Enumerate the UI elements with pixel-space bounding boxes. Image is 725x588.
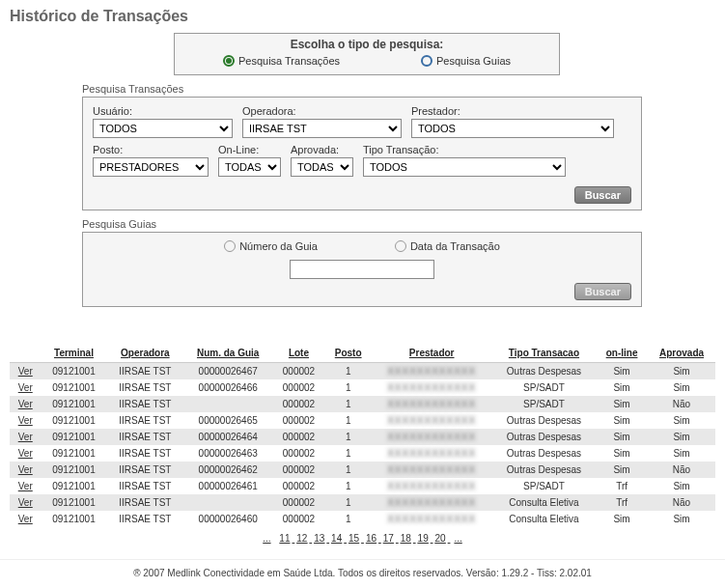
pager-page[interactable]: 11 (279, 533, 290, 544)
ver-link[interactable]: Ver (18, 464, 33, 475)
radio-data-transacao[interactable]: Data da Transação (395, 240, 500, 252)
pager-page[interactable]: 13 (314, 533, 324, 544)
prestador-label: Prestador: (411, 105, 614, 117)
pager-page[interactable]: 18 (401, 533, 411, 544)
buscar-guias-button[interactable]: Buscar (574, 283, 631, 300)
cell-tipo: SP/SADT (492, 379, 596, 396)
cell-aprovada: Sim (648, 412, 715, 429)
prestador-select[interactable]: TODOS (411, 119, 614, 138)
posto-select[interactable]: PRESTADORES (93, 157, 209, 177)
pager-page[interactable]: 19 (418, 533, 429, 544)
table-row: Ver09121001IIRSAE TST000000264670000021X… (10, 363, 715, 380)
cell-posto: 1 (325, 396, 372, 412)
cell-online: Sim (596, 429, 648, 445)
pager-page[interactable]: 15 (349, 533, 359, 544)
cell-operadora: IIRSAE TST (106, 445, 183, 462)
usuario-select[interactable]: TODOS (93, 119, 233, 138)
ver-link[interactable]: Ver (18, 448, 33, 459)
cell-num-guia: 00000026464 (183, 429, 272, 445)
page-title: Histórico de Transações (0, 0, 725, 33)
cell-terminal: 09121001 (42, 462, 107, 478)
cell-prestador: XXXXXXXXXXXX (372, 396, 492, 412)
cell-terminal: 09121001 (42, 445, 107, 462)
cell-aprovada: Não (648, 494, 715, 511)
col-operadora[interactable]: Operadora (106, 344, 183, 363)
col-ver (10, 344, 42, 363)
tipo-transacao-select[interactable]: TODOS (363, 157, 566, 177)
cell-operadora: IIRSAE TST (106, 429, 183, 445)
cell-prestador: XXXXXXXXXXXX (372, 445, 492, 462)
pager-page[interactable]: 17 (383, 533, 394, 544)
cell-prestador: XXXXXXXXXXXX (372, 511, 492, 527)
table-row: Ver09121001IIRSAE TST0000021XXXXXXXXXXXX… (10, 494, 715, 511)
ver-link[interactable]: Ver (18, 415, 33, 426)
radio-numero-guia[interactable]: Número da Guia (224, 240, 318, 252)
cell-posto: 1 (325, 429, 372, 445)
radio-unselected-icon (421, 55, 432, 67)
operadora-select[interactable]: IIRSAE TST (242, 119, 402, 138)
cell-prestador: XXXXXXXXXXXX (372, 429, 492, 445)
aprovada-select[interactable]: TODAS (291, 157, 353, 177)
pager-page[interactable]: 20 (435, 533, 446, 544)
col-num-guia[interactable]: Num. da Guia (183, 344, 272, 363)
cell-lote: 000002 (272, 478, 325, 494)
operadora-label: Operadora: (242, 105, 402, 117)
col-tipo-transacao[interactable]: Tipo Transacao (492, 344, 596, 363)
section-label-guias: Pesquisa Guias (82, 218, 725, 230)
ver-link[interactable]: Ver (18, 497, 33, 508)
results-table: Terminal Operadora Num. da Guia Lote Pos… (10, 344, 715, 527)
cell-posto: 1 (325, 462, 372, 478)
cell-online: Sim (596, 412, 648, 429)
cell-online: Sim (596, 462, 648, 478)
col-online[interactable]: on-line (596, 344, 648, 363)
cell-operadora: IIRSAE TST (106, 363, 183, 380)
pager-page[interactable]: 14 (331, 533, 342, 544)
guia-search-input[interactable] (290, 260, 434, 279)
table-row: Ver09121001IIRSAE TST0000021XXXXXXXXXXXX… (10, 396, 715, 412)
cell-tipo: Outras Despesas (492, 412, 596, 429)
ver-link[interactable]: Ver (18, 399, 33, 409)
col-posto[interactable]: Posto (325, 344, 372, 363)
footer-copyright: ® 2007 Medlink Conectividade em Saúde Lt… (0, 559, 725, 588)
cell-prestador: XXXXXXXXXXXX (372, 478, 492, 494)
online-select[interactable]: TODAS (218, 157, 281, 177)
buscar-transacoes-button[interactable]: Buscar (574, 186, 631, 204)
pager-prev[interactable]: ... (263, 533, 270, 544)
table-row: Ver09121001IIRSAE TST000000264620000021X… (10, 462, 715, 478)
cell-online: Sim (596, 396, 648, 412)
cell-tipo: Outras Despesas (492, 462, 596, 478)
col-prestador[interactable]: Prestador (372, 344, 492, 363)
radio-pesquisa-guias[interactable]: Pesquisa Guias (421, 55, 511, 67)
cell-aprovada: Sim (648, 511, 715, 527)
col-terminal[interactable]: Terminal (42, 344, 107, 363)
cell-prestador: XXXXXXXXXXXX (372, 379, 492, 396)
cell-terminal: 09121001 (42, 511, 107, 527)
table-row: Ver09121001IIRSAE TST000000264660000021X… (10, 379, 715, 396)
cell-operadora: IIRSAE TST (106, 462, 183, 478)
cell-lote: 000002 (272, 363, 325, 380)
pager-page[interactable]: 16 (366, 533, 376, 544)
cell-online: Sim (596, 445, 648, 462)
ver-link[interactable]: Ver (18, 481, 33, 491)
cell-operadora: IIRSAE TST (106, 494, 183, 511)
cell-tipo: Consulta Eletiva (492, 511, 596, 527)
pager-next[interactable]: ... (454, 533, 461, 544)
ver-link[interactable]: Ver (18, 366, 33, 377)
ver-link[interactable]: Ver (18, 382, 33, 393)
radio-pesquisa-transacoes[interactable]: Pesquisa Transações (223, 55, 340, 67)
cell-num-guia (183, 494, 272, 511)
ver-link[interactable]: Ver (18, 514, 33, 524)
cell-aprovada: Sim (648, 478, 715, 494)
col-lote[interactable]: Lote (272, 344, 325, 363)
cell-lote: 000002 (272, 511, 325, 527)
cell-posto: 1 (325, 363, 372, 380)
cell-aprovada: Não (648, 462, 715, 478)
col-aprovada[interactable]: Aprovada (648, 344, 715, 363)
cell-lote: 000002 (272, 462, 325, 478)
cell-aprovada: Sim (648, 429, 715, 445)
cell-aprovada: Sim (648, 445, 715, 462)
cell-prestador: XXXXXXXXXXXX (372, 412, 492, 429)
aprovada-label: Aprovada: (291, 144, 353, 155)
pager-page[interactable]: 12 (296, 533, 307, 544)
ver-link[interactable]: Ver (18, 432, 33, 442)
